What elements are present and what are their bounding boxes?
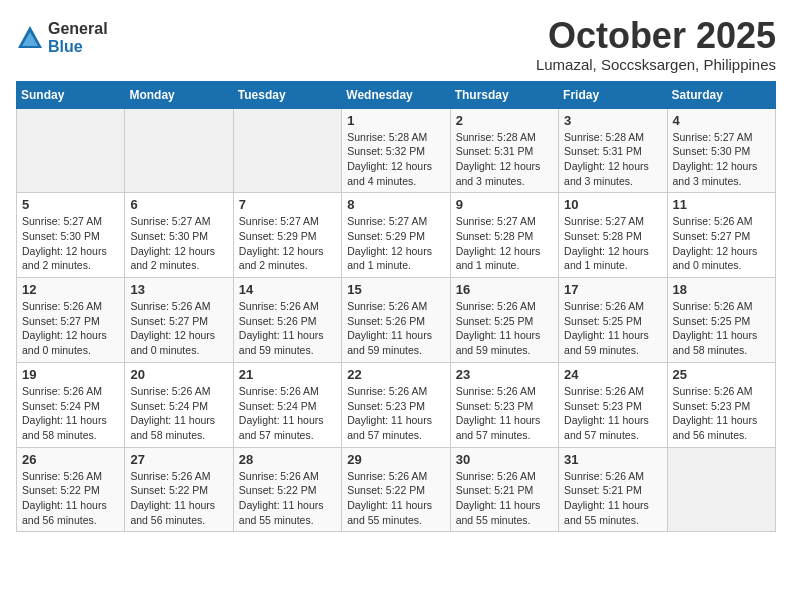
day-number: 18 — [673, 282, 770, 297]
calendar-cell: 3Sunrise: 5:28 AM Sunset: 5:31 PM Daylig… — [559, 108, 667, 193]
calendar-cell — [125, 108, 233, 193]
day-info: Sunrise: 5:26 AM Sunset: 5:23 PM Dayligh… — [564, 384, 661, 443]
calendar-cell: 10Sunrise: 5:27 AM Sunset: 5:28 PM Dayli… — [559, 193, 667, 278]
day-info: Sunrise: 5:27 AM Sunset: 5:28 PM Dayligh… — [456, 214, 553, 273]
calendar-cell: 16Sunrise: 5:26 AM Sunset: 5:25 PM Dayli… — [450, 278, 558, 363]
day-number: 23 — [456, 367, 553, 382]
title-area: October 2025 Lumazal, Soccsksargen, Phil… — [536, 16, 776, 73]
calendar-cell: 31Sunrise: 5:26 AM Sunset: 5:21 PM Dayli… — [559, 447, 667, 532]
calendar-cell: 25Sunrise: 5:26 AM Sunset: 5:23 PM Dayli… — [667, 362, 775, 447]
calendar-header: SundayMondayTuesdayWednesdayThursdayFrid… — [17, 81, 776, 108]
day-number: 5 — [22, 197, 119, 212]
day-number: 1 — [347, 113, 444, 128]
day-number: 2 — [456, 113, 553, 128]
location-title: Lumazal, Soccsksargen, Philippines — [536, 56, 776, 73]
day-info: Sunrise: 5:26 AM Sunset: 5:25 PM Dayligh… — [564, 299, 661, 358]
day-number: 12 — [22, 282, 119, 297]
calendar-cell: 22Sunrise: 5:26 AM Sunset: 5:23 PM Dayli… — [342, 362, 450, 447]
weekday-header: Tuesday — [233, 81, 341, 108]
calendar-cell: 13Sunrise: 5:26 AM Sunset: 5:27 PM Dayli… — [125, 278, 233, 363]
weekday-header: Monday — [125, 81, 233, 108]
day-info: Sunrise: 5:26 AM Sunset: 5:23 PM Dayligh… — [673, 384, 770, 443]
calendar-cell: 8Sunrise: 5:27 AM Sunset: 5:29 PM Daylig… — [342, 193, 450, 278]
weekday-header: Thursday — [450, 81, 558, 108]
calendar-cell: 14Sunrise: 5:26 AM Sunset: 5:26 PM Dayli… — [233, 278, 341, 363]
day-number: 7 — [239, 197, 336, 212]
weekday-header: Friday — [559, 81, 667, 108]
day-number: 30 — [456, 452, 553, 467]
logo-blue: Blue — [48, 38, 108, 56]
weekday-header: Saturday — [667, 81, 775, 108]
calendar-cell: 19Sunrise: 5:26 AM Sunset: 5:24 PM Dayli… — [17, 362, 125, 447]
calendar-cell — [17, 108, 125, 193]
calendar-cell: 11Sunrise: 5:26 AM Sunset: 5:27 PM Dayli… — [667, 193, 775, 278]
day-number: 9 — [456, 197, 553, 212]
calendar-cell: 18Sunrise: 5:26 AM Sunset: 5:25 PM Dayli… — [667, 278, 775, 363]
calendar-cell: 29Sunrise: 5:26 AM Sunset: 5:22 PM Dayli… — [342, 447, 450, 532]
day-info: Sunrise: 5:26 AM Sunset: 5:24 PM Dayligh… — [239, 384, 336, 443]
day-info: Sunrise: 5:26 AM Sunset: 5:24 PM Dayligh… — [130, 384, 227, 443]
day-info: Sunrise: 5:27 AM Sunset: 5:30 PM Dayligh… — [22, 214, 119, 273]
day-info: Sunrise: 5:26 AM Sunset: 5:23 PM Dayligh… — [347, 384, 444, 443]
day-info: Sunrise: 5:26 AM Sunset: 5:27 PM Dayligh… — [673, 214, 770, 273]
calendar-body: 1Sunrise: 5:28 AM Sunset: 5:32 PM Daylig… — [17, 108, 776, 532]
day-info: Sunrise: 5:26 AM Sunset: 5:22 PM Dayligh… — [22, 469, 119, 528]
calendar-week: 5Sunrise: 5:27 AM Sunset: 5:30 PM Daylig… — [17, 193, 776, 278]
day-number: 29 — [347, 452, 444, 467]
day-number: 21 — [239, 367, 336, 382]
weekday-header: Sunday — [17, 81, 125, 108]
logo-icon — [16, 24, 44, 52]
day-info: Sunrise: 5:26 AM Sunset: 5:25 PM Dayligh… — [673, 299, 770, 358]
calendar-week: 19Sunrise: 5:26 AM Sunset: 5:24 PM Dayli… — [17, 362, 776, 447]
weekday-header: Wednesday — [342, 81, 450, 108]
day-info: Sunrise: 5:28 AM Sunset: 5:31 PM Dayligh… — [456, 130, 553, 189]
calendar-week: 26Sunrise: 5:26 AM Sunset: 5:22 PM Dayli… — [17, 447, 776, 532]
day-info: Sunrise: 5:26 AM Sunset: 5:27 PM Dayligh… — [130, 299, 227, 358]
calendar-cell: 12Sunrise: 5:26 AM Sunset: 5:27 PM Dayli… — [17, 278, 125, 363]
day-number: 11 — [673, 197, 770, 212]
day-info: Sunrise: 5:27 AM Sunset: 5:30 PM Dayligh… — [673, 130, 770, 189]
calendar-cell — [233, 108, 341, 193]
calendar-week: 12Sunrise: 5:26 AM Sunset: 5:27 PM Dayli… — [17, 278, 776, 363]
day-number: 20 — [130, 367, 227, 382]
day-number: 16 — [456, 282, 553, 297]
day-info: Sunrise: 5:27 AM Sunset: 5:29 PM Dayligh… — [239, 214, 336, 273]
day-number: 31 — [564, 452, 661, 467]
calendar-cell: 20Sunrise: 5:26 AM Sunset: 5:24 PM Dayli… — [125, 362, 233, 447]
day-info: Sunrise: 5:26 AM Sunset: 5:22 PM Dayligh… — [130, 469, 227, 528]
day-number: 26 — [22, 452, 119, 467]
calendar-cell: 5Sunrise: 5:27 AM Sunset: 5:30 PM Daylig… — [17, 193, 125, 278]
calendar-cell: 28Sunrise: 5:26 AM Sunset: 5:22 PM Dayli… — [233, 447, 341, 532]
day-number: 6 — [130, 197, 227, 212]
day-number: 27 — [130, 452, 227, 467]
day-number: 4 — [673, 113, 770, 128]
day-number: 14 — [239, 282, 336, 297]
day-info: Sunrise: 5:26 AM Sunset: 5:26 PM Dayligh… — [239, 299, 336, 358]
calendar-cell: 6Sunrise: 5:27 AM Sunset: 5:30 PM Daylig… — [125, 193, 233, 278]
calendar-cell: 7Sunrise: 5:27 AM Sunset: 5:29 PM Daylig… — [233, 193, 341, 278]
calendar-table: SundayMondayTuesdayWednesdayThursdayFrid… — [16, 81, 776, 533]
calendar-cell: 21Sunrise: 5:26 AM Sunset: 5:24 PM Dayli… — [233, 362, 341, 447]
day-number: 28 — [239, 452, 336, 467]
day-info: Sunrise: 5:27 AM Sunset: 5:29 PM Dayligh… — [347, 214, 444, 273]
day-info: Sunrise: 5:28 AM Sunset: 5:31 PM Dayligh… — [564, 130, 661, 189]
day-info: Sunrise: 5:28 AM Sunset: 5:32 PM Dayligh… — [347, 130, 444, 189]
day-info: Sunrise: 5:27 AM Sunset: 5:28 PM Dayligh… — [564, 214, 661, 273]
day-number: 24 — [564, 367, 661, 382]
day-number: 13 — [130, 282, 227, 297]
calendar-cell: 4Sunrise: 5:27 AM Sunset: 5:30 PM Daylig… — [667, 108, 775, 193]
day-number: 17 — [564, 282, 661, 297]
day-info: Sunrise: 5:26 AM Sunset: 5:22 PM Dayligh… — [239, 469, 336, 528]
day-info: Sunrise: 5:27 AM Sunset: 5:30 PM Dayligh… — [130, 214, 227, 273]
month-title: October 2025 — [536, 16, 776, 56]
day-number: 25 — [673, 367, 770, 382]
calendar-cell: 23Sunrise: 5:26 AM Sunset: 5:23 PM Dayli… — [450, 362, 558, 447]
day-number: 10 — [564, 197, 661, 212]
page-header: General Blue October 2025 Lumazal, Soccs… — [16, 16, 776, 73]
calendar-cell: 9Sunrise: 5:27 AM Sunset: 5:28 PM Daylig… — [450, 193, 558, 278]
calendar-cell: 26Sunrise: 5:26 AM Sunset: 5:22 PM Dayli… — [17, 447, 125, 532]
day-info: Sunrise: 5:26 AM Sunset: 5:21 PM Dayligh… — [456, 469, 553, 528]
logo: General Blue — [16, 20, 108, 55]
calendar-week: 1Sunrise: 5:28 AM Sunset: 5:32 PM Daylig… — [17, 108, 776, 193]
calendar-cell: 1Sunrise: 5:28 AM Sunset: 5:32 PM Daylig… — [342, 108, 450, 193]
